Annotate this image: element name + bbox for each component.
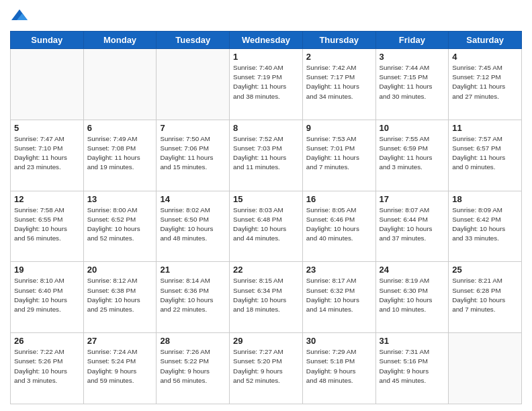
day-number: 13: [87, 194, 153, 204]
calendar-cell: 19Sunrise: 8:10 AM Sunset: 6:40 PM Dayli…: [11, 262, 84, 333]
calendar-cell: 17Sunrise: 8:07 AM Sunset: 6:44 PM Dayli…: [375, 191, 449, 262]
day-info: Sunrise: 7:42 AM Sunset: 7:17 PM Dayligh…: [306, 63, 372, 101]
day-number: 26: [14, 336, 80, 346]
day-number: 25: [452, 265, 518, 275]
day-number: 12: [14, 194, 80, 204]
day-info: Sunrise: 8:07 AM Sunset: 6:44 PM Dayligh…: [380, 205, 445, 244]
day-number: 9: [306, 123, 372, 133]
day-info: Sunrise: 7:40 AM Sunset: 7:19 PM Dayligh…: [233, 63, 299, 101]
calendar-cell: 3Sunrise: 7:44 AM Sunset: 7:15 PM Daylig…: [375, 49, 449, 120]
day-info: Sunrise: 7:22 AM Sunset: 5:26 PM Dayligh…: [14, 347, 80, 385]
calendar-cell: 9Sunrise: 7:53 AM Sunset: 7:01 PM Daylig…: [302, 120, 375, 191]
day-info: Sunrise: 7:58 AM Sunset: 6:55 PM Dayligh…: [14, 205, 80, 244]
day-number: 2: [306, 52, 372, 62]
day-info: Sunrise: 7:26 AM Sunset: 5:22 PM Dayligh…: [160, 347, 226, 385]
calendar-week-row: 12Sunrise: 7:58 AM Sunset: 6:55 PM Dayli…: [11, 191, 522, 262]
logo-area: [10, 7, 32, 26]
day-info: Sunrise: 7:49 AM Sunset: 7:08 PM Dayligh…: [87, 134, 153, 173]
day-info: Sunrise: 7:44 AM Sunset: 7:15 PM Dayligh…: [380, 63, 445, 101]
day-info: Sunrise: 7:24 AM Sunset: 5:24 PM Dayligh…: [87, 347, 153, 385]
day-info: Sunrise: 7:53 AM Sunset: 7:01 PM Dayligh…: [306, 134, 372, 173]
calendar-cell: 24Sunrise: 8:19 AM Sunset: 6:30 PM Dayli…: [375, 262, 449, 333]
calendar-cell: 2Sunrise: 7:42 AM Sunset: 7:17 PM Daylig…: [302, 49, 375, 120]
calendar-cell: 10Sunrise: 7:55 AM Sunset: 6:59 PM Dayli…: [375, 120, 449, 191]
calendar-cell: 30Sunrise: 7:29 AM Sunset: 5:18 PM Dayli…: [302, 333, 375, 404]
calendar-cell: 4Sunrise: 7:45 AM Sunset: 7:12 PM Daylig…: [449, 49, 522, 120]
day-number: 17: [380, 194, 445, 204]
calendar-cell: 12Sunrise: 7:58 AM Sunset: 6:55 PM Dayli…: [11, 191, 84, 262]
calendar-cell: 18Sunrise: 8:09 AM Sunset: 6:42 PM Dayli…: [449, 191, 522, 262]
calendar-week-row: 19Sunrise: 8:10 AM Sunset: 6:40 PM Dayli…: [11, 262, 522, 333]
calendar-cell: [83, 49, 157, 120]
logo-icon: [10, 7, 29, 26]
calendar-cell: 22Sunrise: 8:15 AM Sunset: 6:34 PM Dayli…: [230, 262, 303, 333]
day-info: Sunrise: 8:19 AM Sunset: 6:30 PM Dayligh…: [380, 276, 445, 314]
calendar-cell: 21Sunrise: 8:14 AM Sunset: 6:36 PM Dayli…: [157, 262, 230, 333]
day-info: Sunrise: 8:09 AM Sunset: 6:42 PM Dayligh…: [452, 205, 518, 244]
day-number: 29: [233, 336, 299, 346]
page: SundayMondayTuesdayWednesdayThursdayFrid…: [0, 0, 532, 411]
calendar-cell: 25Sunrise: 8:21 AM Sunset: 6:28 PM Dayli…: [449, 262, 522, 333]
day-info: Sunrise: 8:00 AM Sunset: 6:52 PM Dayligh…: [87, 205, 153, 244]
day-info: Sunrise: 8:21 AM Sunset: 6:28 PM Dayligh…: [452, 276, 518, 314]
day-number: 6: [87, 123, 153, 133]
day-info: Sunrise: 8:02 AM Sunset: 6:50 PM Dayligh…: [160, 205, 226, 244]
day-number: 27: [87, 336, 153, 346]
day-number: 30: [306, 336, 372, 346]
calendar-cell: 13Sunrise: 8:00 AM Sunset: 6:52 PM Dayli…: [83, 191, 157, 262]
day-number: 3: [380, 52, 445, 62]
day-number: 23: [306, 265, 372, 275]
calendar-cell: [11, 49, 84, 120]
calendar-day-header: Thursday: [302, 32, 375, 49]
day-number: 8: [233, 123, 299, 133]
calendar-cell: 11Sunrise: 7:57 AM Sunset: 6:57 PM Dayli…: [449, 120, 522, 191]
day-number: 5: [14, 123, 80, 133]
calendar-day-header: Monday: [83, 32, 157, 49]
calendar-cell: 23Sunrise: 8:17 AM Sunset: 6:32 PM Dayli…: [302, 262, 375, 333]
day-info: Sunrise: 7:50 AM Sunset: 7:06 PM Dayligh…: [160, 134, 226, 173]
calendar-cell: [449, 333, 522, 404]
day-number: 11: [452, 123, 518, 133]
day-number: 19: [14, 265, 80, 275]
day-number: 14: [160, 194, 226, 204]
day-number: 7: [160, 123, 226, 133]
calendar-header-row: SundayMondayTuesdayWednesdayThursdayFrid…: [11, 32, 522, 49]
calendar-cell: 20Sunrise: 8:12 AM Sunset: 6:38 PM Dayli…: [83, 262, 157, 333]
calendar-cell: 8Sunrise: 7:52 AM Sunset: 7:03 PM Daylig…: [230, 120, 303, 191]
day-info: Sunrise: 8:05 AM Sunset: 6:46 PM Dayligh…: [306, 205, 372, 244]
day-number: 4: [452, 52, 518, 62]
day-info: Sunrise: 8:17 AM Sunset: 6:32 PM Dayligh…: [306, 276, 372, 314]
day-number: 18: [452, 194, 518, 204]
day-number: 22: [233, 265, 299, 275]
day-info: Sunrise: 7:45 AM Sunset: 7:12 PM Dayligh…: [452, 63, 518, 101]
calendar-table: SundayMondayTuesdayWednesdayThursdayFrid…: [10, 31, 522, 404]
day-info: Sunrise: 8:10 AM Sunset: 6:40 PM Dayligh…: [14, 276, 80, 314]
day-number: 15: [233, 194, 299, 204]
day-number: 16: [306, 194, 372, 204]
day-info: Sunrise: 8:12 AM Sunset: 6:38 PM Dayligh…: [87, 276, 153, 314]
header: [10, 7, 522, 26]
calendar-cell: 6Sunrise: 7:49 AM Sunset: 7:08 PM Daylig…: [83, 120, 157, 191]
day-number: 20: [87, 265, 153, 275]
day-info: Sunrise: 7:29 AM Sunset: 5:18 PM Dayligh…: [306, 347, 372, 385]
calendar-week-row: 1Sunrise: 7:40 AM Sunset: 7:19 PM Daylig…: [11, 49, 522, 120]
calendar-day-header: Friday: [375, 32, 449, 49]
calendar-cell: 15Sunrise: 8:03 AM Sunset: 6:48 PM Dayli…: [230, 191, 303, 262]
calendar-week-row: 26Sunrise: 7:22 AM Sunset: 5:26 PM Dayli…: [11, 333, 522, 404]
calendar-day-header: Sunday: [11, 32, 84, 49]
day-number: 31: [380, 336, 445, 346]
calendar-cell: 1Sunrise: 7:40 AM Sunset: 7:19 PM Daylig…: [230, 49, 303, 120]
day-info: Sunrise: 7:27 AM Sunset: 5:20 PM Dayligh…: [233, 347, 299, 385]
calendar-cell: 31Sunrise: 7:31 AM Sunset: 5:16 PM Dayli…: [375, 333, 449, 404]
calendar-cell: 16Sunrise: 8:05 AM Sunset: 6:46 PM Dayli…: [302, 191, 375, 262]
calendar-cell: 27Sunrise: 7:24 AM Sunset: 5:24 PM Dayli…: [83, 333, 157, 404]
day-number: 24: [380, 265, 445, 275]
day-info: Sunrise: 7:55 AM Sunset: 6:59 PM Dayligh…: [380, 134, 445, 173]
calendar-day-header: Wednesday: [230, 32, 303, 49]
day-info: Sunrise: 7:31 AM Sunset: 5:16 PM Dayligh…: [380, 347, 445, 385]
day-info: Sunrise: 8:03 AM Sunset: 6:48 PM Dayligh…: [233, 205, 299, 244]
day-info: Sunrise: 7:47 AM Sunset: 7:10 PM Dayligh…: [14, 134, 80, 173]
calendar-cell: 14Sunrise: 8:02 AM Sunset: 6:50 PM Dayli…: [157, 191, 230, 262]
calendar-cell: [157, 49, 230, 120]
day-info: Sunrise: 7:52 AM Sunset: 7:03 PM Dayligh…: [233, 134, 299, 173]
